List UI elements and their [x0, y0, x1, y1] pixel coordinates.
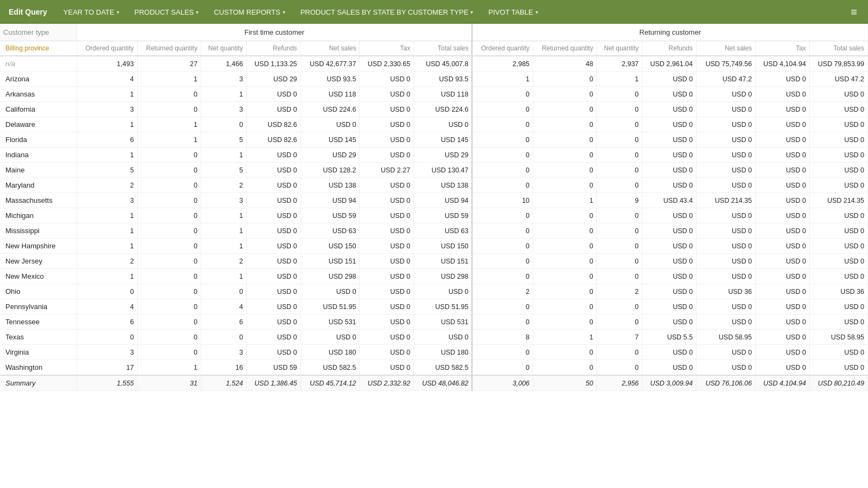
cell-rc-ts: USD 0 — [809, 87, 867, 102]
summary-row: Summary 1,555 31 1,524 USD 1,386.45 USD … — [0, 375, 868, 391]
cell-rc-ts: USD 0 — [809, 254, 867, 269]
cell-rc-nq: 0 — [597, 147, 642, 163]
cell-rc-ref: USD 0 — [642, 345, 697, 360]
cell-ft-oq: 3 — [77, 345, 138, 360]
cell-ft-tax: USD 0 — [360, 269, 414, 284]
cell-rc-tax: USD 0 — [755, 208, 809, 223]
cell-rc-nq: 0 — [597, 254, 642, 269]
cell-rc-tax: USD 0 — [755, 269, 809, 284]
cell-ft-oq: 0 — [77, 284, 138, 299]
cell-rc-rq: 0 — [533, 299, 597, 314]
cell-province: Delaware — [0, 117, 77, 132]
col-billing-province: Billing province — [0, 41, 77, 56]
nav-product-sales-label: PRODUCT SALES — [135, 8, 194, 16]
cell-rc-tax: USD 0 — [755, 314, 809, 330]
cell-rc-tax: USD 0 — [755, 72, 809, 87]
cell-rc-rq: 0 — [533, 163, 597, 178]
cell-ft-nq: 1 — [201, 208, 246, 223]
chevron-down-icon: ▾ — [283, 9, 285, 15]
cell-ft-ref: USD 0 — [246, 299, 301, 314]
table-row: Washington 17 1 16 USD 59 USD 582.5 USD … — [0, 360, 868, 376]
cell-ft-ts: USD 138 — [414, 178, 473, 193]
cell-summary-label: Summary — [0, 375, 77, 391]
table-row: New Hampshire 1 0 1 USD 0 USD 150 USD 0 … — [0, 239, 868, 254]
cell-ft-tax: USD 0 — [360, 223, 414, 239]
table-row: California 3 0 3 USD 0 USD 224.6 USD 0 U… — [0, 102, 868, 117]
nav-product-sales-by-state-label: PRODUCT SALES BY STATE BY CUSTOMER TYPE — [301, 8, 469, 16]
cell-ft-ns: USD 138 — [301, 178, 360, 193]
chevron-down-icon: ▾ — [535, 9, 538, 15]
cell-ft-ts: USD 118 — [414, 87, 473, 102]
cell-ft-nq: 6 — [201, 314, 246, 330]
cell-rc-ts: USD 0 — [809, 299, 867, 314]
cell-province: New Jersey — [0, 254, 77, 269]
cell-ft-tax: USD 0 — [360, 330, 414, 345]
cell-ft-ref: USD 0 — [246, 208, 301, 223]
customer-type-header: Customer type — [0, 24, 77, 41]
cell-ft-oq: 3 — [77, 193, 138, 208]
cell-rc-oq: 0 — [472, 223, 533, 239]
col-ft-returned-qty: Returned quantity — [137, 41, 201, 56]
cell-ft-nq: 1 — [201, 269, 246, 284]
cell-ft-ns: USD 118 — [301, 87, 360, 102]
cell-ft-rq: 0 — [137, 284, 201, 299]
cell-rc-ts: USD 214.35 — [809, 193, 867, 208]
cell-ft-tax: USD 0 — [360, 178, 414, 193]
cell-rc-nq: 2,937 — [597, 56, 642, 72]
cell-rc-oq: 0 — [472, 360, 533, 376]
cell-ft-oq: 6 — [77, 314, 138, 330]
cell-rc-ts: USD 47.2 — [809, 72, 867, 87]
cell-ft-rq: 0 — [137, 223, 201, 239]
cell-rc-ns: USD 0 — [697, 299, 756, 314]
cell-ft-ns: USD 59 — [301, 208, 360, 223]
cell-rc-oq: 2,985 — [472, 56, 533, 72]
cell-ft-ts: USD 130.47 — [414, 163, 473, 178]
cell-ft-rq: 0 — [137, 87, 201, 102]
cell-ft-ts: USD 0 — [414, 330, 473, 345]
cell-rc-ts: USD 0 — [809, 208, 867, 223]
cell-ft-ns: USD 128.2 — [301, 163, 360, 178]
returning-customer-group-header: Returning customer — [472, 24, 867, 41]
table-row: Texas 0 0 0 USD 0 USD 0 USD 0 USD 0 8 1 … — [0, 330, 868, 345]
cell-rc-ts: USD 0 — [809, 223, 867, 239]
cell-rc-ref: USD 5.5 — [642, 330, 697, 345]
cell-rc-ts: USD 0 — [809, 132, 867, 147]
cell-ft-rq: 0 — [137, 330, 201, 345]
cell-province: New Hampshire — [0, 239, 77, 254]
cell-ft-tax: USD 0 — [360, 299, 414, 314]
col-rc-ordered-qty: Ordered quantity — [472, 41, 533, 56]
cell-province: Pennsylvania — [0, 299, 77, 314]
nav-product-sales[interactable]: PRODUCT SALES ▾ — [127, 0, 207, 24]
cell-rc-nq: 0 — [597, 208, 642, 223]
cell-rc-ref: USD 0 — [642, 269, 697, 284]
cell-summary-rc-oq: 3,006 — [472, 375, 533, 391]
nav-custom-reports[interactable]: CUSTOM REPORTS ▾ — [206, 0, 292, 24]
cell-rc-rq: 0 — [533, 360, 597, 376]
nav-pivot-table[interactable]: PIVOT TABLE ▾ — [481, 0, 545, 24]
cell-ft-ref: USD 0 — [246, 87, 301, 102]
cell-rc-oq: 0 — [472, 132, 533, 147]
cell-ft-ns: USD 224.6 — [301, 102, 360, 117]
cell-rc-oq: 0 — [472, 147, 533, 163]
cell-rc-ts: USD 0 — [809, 239, 867, 254]
cell-ft-nq: 3 — [201, 102, 246, 117]
cell-ft-ns: USD 0 — [301, 117, 360, 132]
cell-ft-ns: USD 63 — [301, 223, 360, 239]
cell-ft-ns: USD 298 — [301, 269, 360, 284]
cell-province: Tennessee — [0, 314, 77, 330]
cell-rc-ref: USD 0 — [642, 254, 697, 269]
hamburger-menu-icon[interactable]: ≡ — [846, 6, 861, 18]
edit-query-button[interactable]: Edit Query — [7, 8, 56, 16]
cell-rc-ts: USD 0 — [809, 102, 867, 117]
cell-rc-nq: 0 — [597, 269, 642, 284]
nav-year-to-date[interactable]: YEAR TO DATE ▾ — [56, 0, 127, 24]
table-row: Arizona 4 1 3 USD 29 USD 93.5 USD 0 USD … — [0, 72, 868, 87]
table-row: Delaware 1 1 0 USD 82.6 USD 0 USD 0 USD … — [0, 117, 868, 132]
cell-rc-tax: USD 0 — [755, 299, 809, 314]
cell-rc-oq: 0 — [472, 345, 533, 360]
cell-ft-ts: USD 298 — [414, 269, 473, 284]
cell-rc-tax: USD 0 — [755, 117, 809, 132]
cell-rc-ns: USD 0 — [697, 208, 756, 223]
cell-rc-ns: USD 0 — [697, 178, 756, 193]
nav-product-sales-by-state[interactable]: PRODUCT SALES BY STATE BY CUSTOMER TYPE … — [293, 0, 481, 24]
